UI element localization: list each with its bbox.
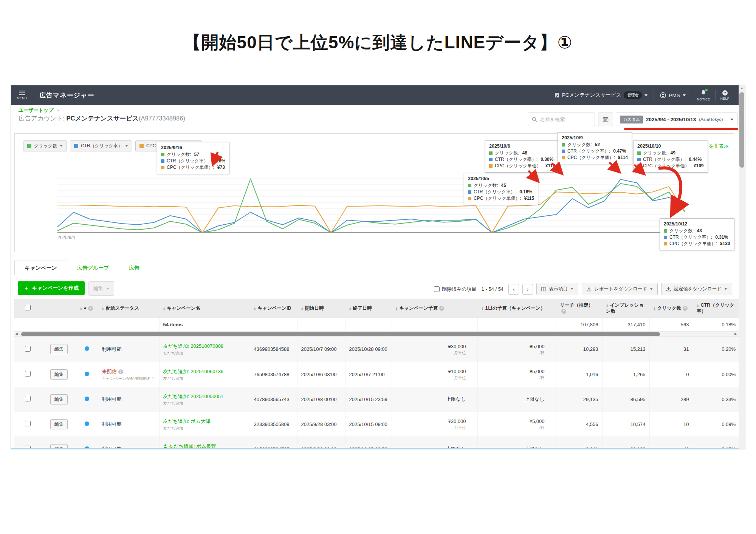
tab-ad[interactable]: 広告	[119, 261, 149, 275]
vertical-scrollbar[interactable]: ▲	[739, 85, 745, 449]
cpc-swatch	[637, 164, 641, 168]
calendar-button[interactable]	[598, 113, 613, 126]
campaign-name-link[interactable]: 友だち追加: 202510060136	[163, 369, 224, 374]
edit-button[interactable]: 編集	[50, 419, 68, 429]
notice-label: NOTICE	[697, 97, 710, 101]
deleted-items-label: 削除済みの項目	[442, 286, 477, 293]
legend-clicks[interactable]: クリック数	[23, 140, 67, 151]
campaign-id: 3233903505809	[250, 412, 297, 437]
help-button[interactable]: ? HELP	[716, 90, 734, 100]
delivery-status: 利用可能	[102, 421, 122, 427]
tab-campaign[interactable]: キャンペーン	[14, 261, 67, 275]
clicks: 40	[649, 437, 693, 449]
campaign-id: 4369903584588	[250, 337, 297, 362]
row-checkbox[interactable]	[25, 346, 31, 352]
entity-tabs: キャンペーン 広告グループ 広告	[14, 260, 149, 275]
sort-icon: ▲▼	[102, 307, 104, 310]
row-checkbox[interactable]	[25, 371, 31, 377]
status-dot	[85, 397, 89, 401]
chart-tooltip: 2025/10/6 クリック数:48 CTR（クリック率）:0.30% CPC（…	[485, 140, 559, 173]
impressions: 15,213	[602, 337, 649, 362]
campaign-name-link[interactable]: 友だち追加: 202510050051	[163, 394, 224, 399]
sort-icon: ▲▼	[301, 307, 303, 310]
daily-budget: ¥5,000	[530, 344, 545, 349]
notice-button[interactable]: NOTICE	[692, 90, 715, 101]
date-range-selector[interactable]: カスタム 2025/9/4 - 2025/10/13 (Asia/Tokyo)	[616, 113, 737, 126]
end-datetime: 2025/10/15 23:59	[345, 387, 392, 412]
account-switcher[interactable]: PCメンテナンスサービス 管理者	[548, 91, 654, 99]
help-icon[interactable]: ?	[118, 369, 123, 374]
help-icon[interactable]: ?	[439, 306, 444, 311]
col-start[interactable]: ▲▼開始日時	[297, 299, 345, 318]
download-report-button[interactable]: レポートをダウンロード	[582, 283, 658, 295]
horizontal-scrollbar-thumb[interactable]	[21, 332, 660, 336]
ctr-swatch	[562, 150, 565, 153]
col-impressions[interactable]: ▲▼インプレッション数	[602, 299, 649, 318]
sort-icon: ▲▼	[481, 307, 483, 310]
campaign-table: ▲▼●? ▲▼配信ステータス ▲▼キャンペーン名 ▲▼キャンペーンID ▲▼開始…	[14, 299, 739, 449]
help-icon[interactable]: ?	[561, 309, 566, 314]
ctr-swatch	[637, 158, 641, 161]
next-page-button[interactable]: ›	[522, 284, 533, 295]
campaign-name-link[interactable]: 友だち追加: 202510070808	[163, 343, 224, 349]
x-axis-start-label: 2025/9/4	[57, 235, 75, 240]
create-campaign-button[interactable]: ＋ キャンペーンを作成	[18, 281, 85, 295]
deleted-items-checkbox[interactable]	[434, 286, 440, 292]
legend-ctr[interactable]: CTR（クリック率）	[70, 140, 132, 151]
help-icon[interactable]: ?	[683, 306, 688, 311]
col-daily-budget[interactable]: ▲▼1日の予算（キャンペーン）	[477, 299, 556, 318]
budget: ¥10,000	[448, 369, 466, 374]
col-end[interactable]: ▲▼終了日時	[345, 299, 392, 318]
chart-tooltip: 2025/9/16 クリック数:57 CTR（クリック率）:0.18% CPC（…	[157, 142, 229, 174]
row-checkbox[interactable]	[25, 396, 31, 401]
col-clicks[interactable]: ▲▼クリック数?	[649, 299, 693, 318]
vertical-scrollbar-thumb[interactable]	[739, 92, 744, 168]
campaign-type: 友だち追加	[163, 401, 246, 406]
deleted-items-toggle[interactable]: 削除済みの項目	[434, 286, 477, 293]
header-right-group: PCメンテナンスサービス 管理者 PMS NOTICE	[548, 85, 734, 105]
select-all-checkbox[interactable]	[25, 305, 31, 310]
clicks-swatch	[664, 229, 667, 233]
user-menu[interactable]: PMS	[654, 92, 691, 98]
page: 【開始50日で上位5%に到達したLINEデータ】① MENU 広告マネージャー …	[0, 0, 756, 534]
hamburger-icon	[19, 91, 25, 95]
legend-ctr-label: CTR（クリック率）	[81, 143, 122, 149]
clicks: 289	[649, 387, 693, 412]
col-campaign-id[interactable]: ▲▼キャンペーンID	[250, 299, 297, 318]
edit-button[interactable]: 編集	[50, 344, 68, 354]
horizontal-scrollbar[interactable]: ◀ ▶	[14, 332, 739, 337]
building-icon	[554, 93, 559, 98]
scroll-up-icon[interactable]: ▲	[739, 86, 745, 90]
display-columns-button[interactable]: 表示項目	[536, 283, 578, 295]
edit-button[interactable]: 編集	[50, 394, 68, 404]
menu-label: MENU	[17, 96, 27, 100]
budget-unit: 月単位	[396, 350, 466, 355]
col-campaign-name[interactable]: ▲▼キャンペーン名	[159, 299, 250, 318]
row-checkbox[interactable]	[25, 421, 31, 426]
col-status-dot[interactable]: ▲▼●?	[76, 299, 98, 318]
reach: 29,135	[556, 387, 602, 412]
scroll-left-icon[interactable]: ◀	[15, 332, 18, 336]
clicks-swatch	[562, 143, 565, 147]
col-delivery-status[interactable]: ▲▼配信ステータス	[98, 299, 159, 318]
line-chart	[54, 167, 692, 234]
ctr: 0.00%	[693, 362, 739, 387]
tab-adgroup[interactable]: 広告グループ	[67, 261, 119, 275]
tooltip-date: 2025/10/5	[468, 176, 534, 181]
scroll-right-icon[interactable]: ▶	[734, 332, 737, 336]
delivery-status: 利用可能	[102, 346, 122, 352]
chevron-down-icon	[730, 119, 733, 120]
campaign-name-link[interactable]: 友だち追加: ポム大津	[163, 418, 211, 424]
col-ctr[interactable]: ▲▼CTR（クリック率）	[693, 299, 739, 318]
edit-button[interactable]: 編集	[50, 369, 68, 380]
download-settings-button[interactable]: 設定値をダウンロード	[661, 283, 732, 295]
help-icon[interactable]: ?	[88, 306, 93, 311]
ctr-swatch	[664, 236, 667, 239]
col-budget[interactable]: ▲▼キャンペーン予算?	[392, 299, 477, 318]
menu-button[interactable]: MENU	[11, 85, 33, 105]
edit-dropdown-disabled[interactable]: 編集	[88, 281, 114, 296]
breadcrumb-link[interactable]: ユーザートップ	[19, 107, 54, 113]
search-input[interactable]	[540, 117, 589, 122]
prev-page-button[interactable]: ‹	[508, 284, 519, 295]
summary-ctr: 0.18%	[693, 318, 739, 332]
